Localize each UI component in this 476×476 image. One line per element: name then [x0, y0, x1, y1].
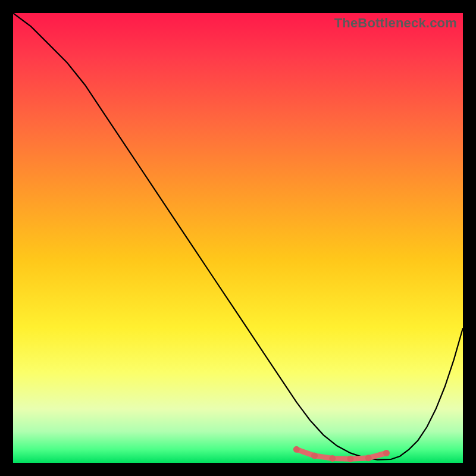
highlight-dot [347, 456, 354, 462]
main-curve [13, 13, 463, 460]
highlight-segment [296, 449, 386, 459]
plot-area: TheBottleneck.com [13, 13, 463, 463]
chart-frame: TheBottleneck.com [0, 0, 476, 476]
highlight-dot [365, 455, 372, 461]
highlight-dot [329, 455, 336, 462]
highlight-dot [311, 452, 318, 459]
highlight-dot [383, 450, 390, 456]
highlight-dot [293, 446, 300, 453]
curve-svg [13, 13, 463, 463]
